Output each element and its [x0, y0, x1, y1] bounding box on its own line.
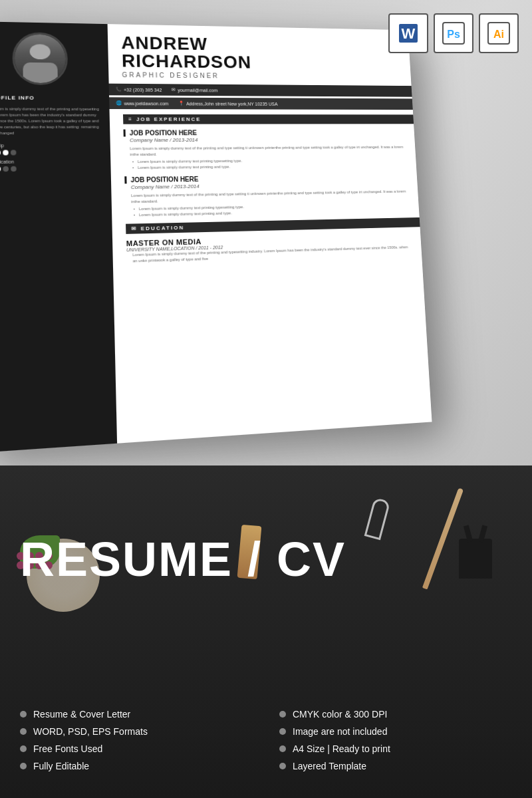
pen-decoration: [422, 487, 464, 589]
feature-item-1: CMYK color & 300 DPI: [279, 709, 512, 720]
experience-section-header: ≡ JOB EXPERIENCE: [123, 114, 414, 124]
dot: [3, 150, 9, 155]
binder-clip-decoration: [459, 539, 492, 579]
job-desc-1: Lorem Ipsum is simply dummy text of the …: [124, 144, 404, 158]
location-icon: 📍: [178, 101, 184, 106]
svg-text:Ai: Ai: [493, 29, 504, 40]
company-name-1: Company Name / 2013-2014: [124, 136, 403, 143]
resume-cv-title: RESUME / CV: [20, 532, 346, 587]
ai-icon: Ai: [479, 13, 519, 53]
word-icon: W: [388, 13, 428, 53]
ps-icon: Ps: [434, 13, 473, 53]
resume-name-header: ANDREW RICHARDSON GRAPHIC DESIGNER: [121, 34, 399, 81]
feature-dot: [20, 745, 27, 752]
contact-website: 🌐 www.joeldawson.com: [116, 100, 168, 106]
dot: [11, 166, 17, 172]
bottom-section: RESUME / CV Resume & Cover Letter CMYK c…: [0, 466, 532, 798]
resume-name-line2: RICHARDSON: [122, 52, 399, 73]
resume-main: ANDREW RICHARDSON GRAPHIC DESIGNER 📞 +32…: [108, 24, 432, 444]
feature-dot: [279, 763, 286, 769]
svg-text:W: W: [402, 25, 416, 42]
contact-bar-2: 🌐 www.joeldawson.com 📍 Address,John stre…: [109, 97, 413, 110]
contact-phone: 📞 +32 (203) 385 342: [116, 87, 162, 92]
feature-dot: [279, 711, 286, 718]
feature-text-4: Free Fonts Used: [33, 743, 102, 754]
feature-text-7: Layered Template: [293, 761, 366, 771]
dot: [0, 150, 1, 155]
top-section: W Ps Ai: [0, 0, 532, 466]
resume-job-title: GRAPHIC DESIGNER: [122, 71, 399, 80]
feature-text-0: Resume & Cover Letter: [33, 709, 130, 720]
skill-comm-dots: [0, 166, 102, 172]
feature-dot: [20, 763, 27, 769]
software-icons: W Ps Ai: [388, 13, 519, 53]
feature-text-1: CMYK color & 300 DPI: [293, 709, 387, 720]
web-icon: 🌐: [116, 100, 122, 106]
dot: [11, 150, 17, 155]
dot: [0, 166, 1, 172]
feature-text-3: Image are not included: [293, 726, 387, 737]
job-position-1: JOB POSITION HERE: [124, 129, 403, 137]
feature-text-5: A4 Size | Ready to print: [293, 743, 390, 754]
resume-sidebar: PROFILE INFO Lorem Ipsum is simply dummy…: [0, 21, 117, 454]
feature-item-2: WORD, PSD, EPS Formats: [20, 726, 253, 737]
skill-leadership-dots: [0, 150, 102, 156]
sidebar-profile-text: Lorem Ipsum is simply dummy text of the …: [0, 106, 102, 136]
education-section-header: ✉ EDUCATION: [126, 217, 420, 234]
feature-dot: [279, 745, 286, 752]
briefcase-icon: ≡: [128, 116, 133, 122]
svg-text:Ps: Ps: [447, 29, 460, 40]
paperclip-decoration: [364, 497, 391, 540]
contact-bar: 📞 +32 (203) 385 342 ✉ yourmail@mail.com: [109, 84, 412, 97]
feature-item-7: Layered Template: [279, 761, 512, 771]
features-grid: Resume & Cover Letter CMYK color & 300 D…: [20, 709, 512, 771]
profile-photo: [12, 32, 68, 85]
feature-text-2: WORD, PSD, EPS Formats: [33, 726, 148, 737]
feature-dot: [20, 711, 27, 718]
skill-leadership-label: Leadership: [0, 143, 102, 148]
feature-item-3: Image are not included: [279, 726, 512, 737]
feature-dot: [279, 728, 286, 735]
feature-item-4: Free Fonts Used: [20, 743, 253, 754]
skill-comm-label: Communication: [0, 159, 102, 165]
dot: [3, 166, 9, 172]
feature-text-6: Fully Editable: [33, 761, 89, 771]
profile-section-title: PROFILE INFO: [0, 94, 101, 101]
contact-address: 📍 Address,John street New york,NY 10235 …: [178, 101, 277, 106]
feature-item-6: Fully Editable: [20, 761, 253, 771]
resume-mockup: PROFILE INFO Lorem Ipsum is simply dummy…: [0, 21, 432, 454]
feature-dot: [20, 728, 27, 735]
feature-item-5: A4 Size | Ready to print: [279, 743, 512, 754]
contact-email: ✉ yourmail@mail.com: [172, 87, 217, 92]
feature-item-0: Resume & Cover Letter: [20, 709, 253, 720]
edu-icon: ✉: [131, 225, 137, 231]
phone-icon: 📞: [116, 87, 122, 92]
email-icon: ✉: [172, 87, 176, 92]
